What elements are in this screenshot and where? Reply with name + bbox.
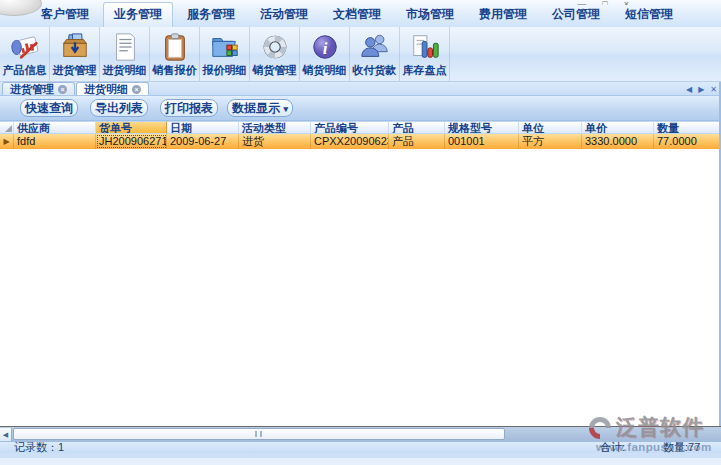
toolbar-item-product-info[interactable]: 产品信息 bbox=[0, 27, 50, 81]
grid-header-row: 供应商 货单号 日期 活动类型 产品编号 产品 规格型号 单位 单价 数量 bbox=[0, 121, 721, 134]
sales-detail-info-icon: i bbox=[309, 30, 341, 63]
doc-tab-purchase-manage[interactable]: 进货管理 × bbox=[2, 82, 75, 95]
total-quantity-text: 数量:77 bbox=[663, 441, 700, 453]
sales-lifebuoy-icon bbox=[259, 30, 291, 63]
select-all-corner-icon bbox=[5, 125, 12, 132]
tab-prev-icon[interactable]: ◀ bbox=[686, 85, 692, 94]
main-menu-tab-bar: 客户管理 业务管理 服务管理 活动管理 文档管理 市场管理 费用管理 公司管理 … bbox=[30, 6, 684, 27]
data-display-label: 数据显示 bbox=[232, 101, 280, 115]
toolbar-label: 销货明细 bbox=[303, 63, 347, 78]
toolbar-item-inventory[interactable]: 库存盘点 bbox=[400, 27, 450, 81]
column-header-product-no[interactable]: 产品编号 bbox=[311, 121, 389, 134]
toolbar-label: 库存盘点 bbox=[403, 63, 447, 78]
toolbar-item-payments[interactable]: 收付货款 bbox=[350, 27, 400, 81]
toolbar-label: 收付货款 bbox=[353, 63, 397, 78]
chevron-down-icon: ▾ bbox=[283, 104, 288, 114]
app-window: — □ × 客户管理 业务管理 服务管理 活动管理 文档管理 市场管理 费用管理… bbox=[0, 0, 721, 465]
toolbar-item-purchase-manage[interactable]: 进货管理 bbox=[50, 27, 100, 81]
toolbar-label: 销售报价 bbox=[153, 63, 197, 78]
record-count-text: 记录数：1 bbox=[14, 441, 64, 453]
row-selector-cell[interactable]: ▶ bbox=[0, 134, 14, 149]
menu-tab-customer[interactable]: 客户管理 bbox=[30, 2, 100, 27]
toolbar-ribbon: 产品信息 进货管理 bbox=[0, 27, 721, 82]
menu-tab-activity[interactable]: 活动管理 bbox=[249, 2, 319, 27]
data-display-dropdown[interactable]: 数据显示 ▾ bbox=[227, 99, 293, 117]
scroll-left-arrow-icon[interactable]: ◀ bbox=[0, 428, 12, 441]
doc-tab-label: 进货管理 bbox=[10, 82, 54, 97]
cell-order-no[interactable]: JH2009062716... bbox=[96, 134, 167, 149]
print-report-button[interactable]: 打印报表 bbox=[160, 99, 218, 117]
purchase-detail-doc-icon bbox=[109, 30, 141, 63]
bottom-strip-lower bbox=[0, 458, 721, 465]
menu-tab-market[interactable]: 市场管理 bbox=[395, 2, 465, 27]
toolbar-label: 进货明细 bbox=[103, 63, 147, 78]
watermark-brand-text: 泛普软件 bbox=[616, 413, 704, 441]
toolbar-item-quote-detail[interactable]: 报价明细 bbox=[200, 27, 250, 81]
cell-product[interactable]: 产品 bbox=[389, 134, 445, 149]
doc-tab-label: 进货明细 bbox=[84, 82, 128, 97]
window-titlebar: — □ × 客户管理 业务管理 服务管理 活动管理 文档管理 市场管理 费用管理… bbox=[0, 0, 721, 27]
toolbar-item-sales-detail[interactable]: i 销货明细 bbox=[300, 27, 350, 81]
quote-detail-folder-icon bbox=[209, 30, 241, 63]
tab-scroll-controls: ◀ ▶ ✕ bbox=[686, 85, 717, 94]
table-row[interactable]: ▶ fdfd JH2009062716... 2009-06-27 进货 CPX… bbox=[0, 134, 721, 149]
toolbar-label: 进货管理 bbox=[53, 63, 97, 78]
action-button-bar: 快速查询 导出列表 打印报表 数据显示 ▾ bbox=[0, 96, 721, 121]
export-list-button[interactable]: 导出列表 bbox=[90, 99, 148, 117]
select-all-cell[interactable] bbox=[0, 121, 14, 134]
cell-quantity[interactable]: 77.0000 bbox=[654, 134, 721, 149]
purchase-box-icon bbox=[59, 30, 91, 63]
cell-spec-model[interactable]: 001001 bbox=[445, 134, 519, 149]
toolbar-label: 销货管理 bbox=[253, 63, 297, 78]
menu-tab-service[interactable]: 服务管理 bbox=[176, 2, 246, 27]
toolbar-label: 报价明细 bbox=[203, 63, 247, 78]
tab-close-all-icon[interactable]: ✕ bbox=[710, 85, 717, 94]
toolbar-item-sales-manage[interactable]: 销货管理 bbox=[250, 27, 300, 81]
column-header-unit[interactable]: 单位 bbox=[519, 121, 582, 134]
menu-tab-sms[interactable]: 短信管理 bbox=[614, 2, 684, 27]
toolbar-item-purchase-detail[interactable]: 进货明细 bbox=[100, 27, 150, 81]
cell-supplier[interactable]: fdfd bbox=[14, 134, 96, 149]
grid-empty-area bbox=[0, 149, 721, 426]
doc-tab-purchase-detail[interactable]: 进货明细 × bbox=[76, 82, 149, 95]
tab-next-icon[interactable]: ▶ bbox=[698, 85, 704, 94]
column-header-order-no[interactable]: 货单号 bbox=[96, 121, 167, 134]
tab-close-icon[interactable]: × bbox=[132, 85, 141, 94]
column-header-product[interactable]: 产品 bbox=[389, 121, 445, 134]
quick-search-button[interactable]: 快速查询 bbox=[20, 99, 78, 117]
scrollbar-thumb[interactable] bbox=[13, 428, 505, 440]
scrollbar-grip-icon bbox=[255, 431, 262, 437]
menu-tab-document[interactable]: 文档管理 bbox=[322, 2, 392, 27]
tab-close-icon[interactable]: × bbox=[58, 85, 67, 94]
payments-people-icon bbox=[359, 30, 391, 63]
cell-activity-type[interactable]: 进货 bbox=[239, 134, 311, 149]
cell-product-no[interactable]: CPXX20090623... bbox=[311, 134, 389, 149]
cell-unit[interactable]: 平方 bbox=[519, 134, 582, 149]
menu-tab-expense[interactable]: 费用管理 bbox=[468, 2, 538, 27]
column-header-date[interactable]: 日期 bbox=[167, 121, 239, 134]
total-label-text: 合计: bbox=[600, 441, 625, 453]
svg-text:i: i bbox=[322, 38, 327, 57]
cell-unit-price[interactable]: 3330.0000 bbox=[582, 134, 654, 149]
row-pointer-icon: ▶ bbox=[3, 137, 9, 146]
document-tab-strip: 进货管理 × 进货明细 × ◀ ▶ ✕ bbox=[0, 82, 721, 96]
product-info-icon bbox=[9, 30, 41, 63]
toolbar-label: 产品信息 bbox=[3, 63, 47, 78]
column-header-activity-type[interactable]: 活动类型 bbox=[239, 121, 311, 134]
toolbar-item-sales-quote[interactable]: 销售报价 bbox=[150, 27, 200, 81]
menu-tab-company[interactable]: 公司管理 bbox=[541, 2, 611, 27]
menu-tab-business[interactable]: 业务管理 bbox=[103, 2, 173, 27]
column-header-unit-price[interactable]: 单价 bbox=[582, 121, 654, 134]
cell-date[interactable]: 2009-06-27 bbox=[167, 134, 239, 149]
sales-quote-clipboard-icon bbox=[159, 30, 191, 63]
inventory-chart-icon bbox=[409, 30, 441, 63]
column-header-supplier[interactable]: 供应商 bbox=[14, 121, 96, 134]
column-header-quantity[interactable]: 数量 bbox=[654, 121, 721, 134]
column-header-spec-model[interactable]: 规格型号 bbox=[445, 121, 519, 134]
